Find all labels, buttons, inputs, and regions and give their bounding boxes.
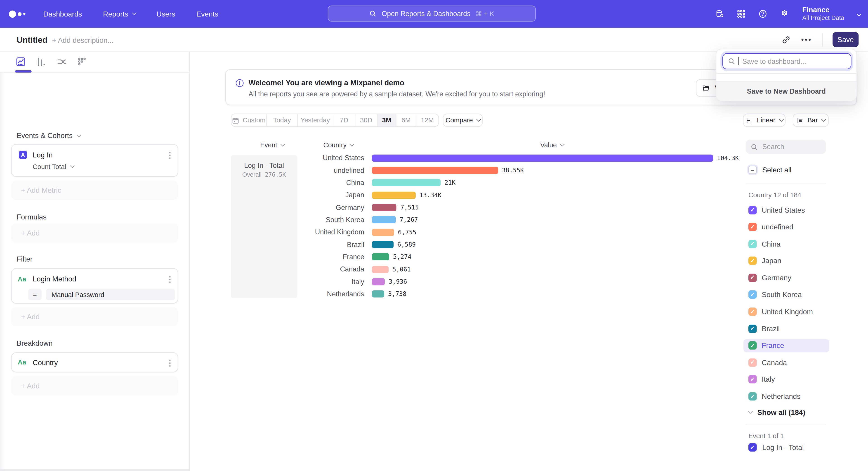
event-column-header[interactable]: Event: [260, 141, 284, 149]
tab-funnels[interactable]: [34, 55, 48, 68]
compare-button[interactable]: Compare: [443, 114, 483, 127]
range-6m[interactable]: 6M: [396, 114, 416, 126]
value-column-header[interactable]: Value: [540, 141, 563, 149]
range-yesterday[interactable]: Yesterday: [298, 114, 333, 126]
metric-card[interactable]: A Log In Count Total: [11, 144, 178, 177]
sidebar-scrollbar[interactable]: [0, 469, 190, 471]
legend-country-row[interactable]: ✓ South Korea: [743, 288, 829, 301]
range-custom[interactable]: Custom: [231, 114, 267, 126]
range-12m[interactable]: 12M: [416, 114, 438, 126]
checkbox-checked-icon[interactable]: ✓: [748, 257, 757, 265]
checkbox-checked-icon[interactable]: ✓: [748, 223, 757, 231]
checkbox-checked-icon[interactable]: ✓: [748, 342, 757, 350]
chart-bar[interactable]: [372, 241, 394, 248]
country-column-header[interactable]: Country: [323, 141, 353, 149]
show-all-button[interactable]: Show all (184): [748, 408, 805, 417]
chart-bar[interactable]: [372, 291, 384, 298]
legend-country-row[interactable]: ✓ United Kingdom: [743, 305, 829, 318]
chart-bar[interactable]: [372, 254, 389, 261]
tab-insights[interactable]: [14, 55, 27, 68]
data-management-icon[interactable]: [715, 9, 725, 19]
chart-bar[interactable]: [372, 154, 713, 161]
add-metric-button[interactable]: + Add Metric: [11, 180, 178, 200]
chart-bar[interactable]: [372, 216, 396, 224]
apps-grid-icon[interactable]: [737, 9, 746, 19]
filter-value[interactable]: Manual Password: [46, 289, 175, 300]
chart-bar[interactable]: [372, 229, 394, 236]
legend-search-input[interactable]: Search: [746, 140, 826, 154]
add-description[interactable]: + Add description...: [52, 36, 114, 45]
legend-country-row[interactable]: ✓ undefined: [743, 220, 829, 234]
tab-flows[interactable]: [55, 55, 68, 68]
mixpanel-logo-icon[interactable]: [9, 10, 28, 18]
event-series-cell[interactable]: Log In - Total Overall 276.5K: [231, 155, 297, 298]
filter-kebab-icon[interactable]: [168, 275, 172, 284]
range-30d[interactable]: 30D: [355, 114, 377, 126]
checkbox-checked-icon[interactable]: ✓: [748, 206, 757, 214]
events-cohorts-section-label[interactable]: Events & Cohorts: [17, 131, 80, 140]
nav-events[interactable]: Events: [196, 10, 218, 18]
more-options-icon[interactable]: •••: [801, 35, 812, 44]
checkbox-checked-icon[interactable]: ✓: [748, 358, 757, 367]
legend-country-row[interactable]: ✓ France: [743, 339, 829, 352]
save-button[interactable]: Save: [833, 32, 859, 47]
metric-aggregation[interactable]: Count Total: [33, 163, 73, 171]
report-title[interactable]: Untitled: [17, 35, 48, 45]
legend-country-row[interactable]: ✓ Germany: [743, 271, 829, 284]
legend-country-row[interactable]: ✓ Netherlands: [743, 390, 829, 403]
tab-retention[interactable]: [75, 55, 89, 68]
chart-bar-value: 38.55K: [502, 167, 524, 174]
metric-kebab-icon[interactable]: [168, 151, 172, 160]
chart-type-button[interactable]: Bar: [793, 114, 829, 127]
checkbox-checked-icon[interactable]: ✓: [748, 324, 757, 333]
legend-country-row[interactable]: ✓ Italy: [743, 373, 829, 386]
chart-bar[interactable]: [372, 179, 441, 186]
legend-event-row[interactable]: ✓ Log In - Total: [748, 443, 804, 451]
legend-country-row[interactable]: ✓ United States: [743, 203, 829, 217]
save-to-dashboard-input[interactable]: Save to dashboard...: [722, 53, 851, 69]
scale-selector-button[interactable]: Linear: [743, 114, 786, 127]
chart-bar[interactable]: [372, 167, 498, 174]
add-filter-button[interactable]: + Add: [11, 307, 178, 326]
chart-bar[interactable]: [372, 192, 416, 199]
chart-bar[interactable]: [372, 266, 389, 273]
nav-reports[interactable]: Reports: [103, 10, 135, 18]
checkbox-checked-icon[interactable]: ✓: [748, 392, 757, 401]
checkbox-checked-icon[interactable]: ✓: [748, 443, 757, 451]
nav-dashboards[interactable]: Dashboards: [43, 10, 82, 18]
copy-link-icon[interactable]: [781, 35, 791, 45]
select-all-row[interactable]: − Select all: [748, 166, 792, 174]
add-breakdown-button[interactable]: + Add: [11, 376, 178, 396]
checkbox-checked-icon[interactable]: ✓: [748, 307, 757, 316]
range-7d[interactable]: 7D: [333, 114, 355, 126]
help-icon[interactable]: [758, 9, 768, 19]
metric-event-name[interactable]: Log In: [33, 151, 53, 159]
breakdown-kebab-icon[interactable]: [168, 358, 172, 367]
breakdown-property-name[interactable]: Country: [33, 358, 58, 367]
filter-property-name[interactable]: Login Method: [33, 275, 76, 283]
checkbox-indeterminate-icon[interactable]: −: [748, 166, 757, 174]
range-today[interactable]: Today: [267, 114, 298, 126]
add-formula-button[interactable]: + Add: [11, 223, 178, 243]
checkbox-checked-icon[interactable]: ✓: [748, 291, 757, 299]
legend-country-row[interactable]: ✓ Brazil: [743, 322, 829, 335]
project-selector[interactable]: Finance All Project Data: [802, 5, 844, 22]
breakdown-card[interactable]: Aa Country: [11, 352, 178, 372]
global-search-input[interactable]: Open Reports & Dashboards ⌘ + K: [328, 5, 536, 22]
checkbox-checked-icon[interactable]: ✓: [748, 375, 757, 384]
filter-card[interactable]: Aa Login Method = Manual Password: [11, 268, 178, 303]
chart-bar[interactable]: [372, 278, 385, 286]
legend-country-row[interactable]: ✓ China: [743, 237, 829, 251]
legend-country-row[interactable]: ✓ Canada: [743, 356, 829, 369]
range-3m[interactable]: 3M: [377, 114, 396, 126]
project-chevron-down-icon[interactable]: [857, 12, 862, 17]
settings-gear-icon[interactable]: [780, 9, 789, 19]
save-to-new-dashboard-button[interactable]: Save to New Dashboard: [716, 82, 857, 101]
legend-country-row[interactable]: ✓ Japan: [743, 254, 829, 268]
checkbox-checked-icon[interactable]: ✓: [748, 273, 757, 282]
chart-row: Italy 3,936: [301, 275, 743, 288]
chart-bar[interactable]: [372, 204, 397, 211]
checkbox-checked-icon[interactable]: ✓: [748, 240, 757, 248]
filter-operator[interactable]: =: [28, 289, 41, 300]
nav-users[interactable]: Users: [156, 10, 175, 18]
